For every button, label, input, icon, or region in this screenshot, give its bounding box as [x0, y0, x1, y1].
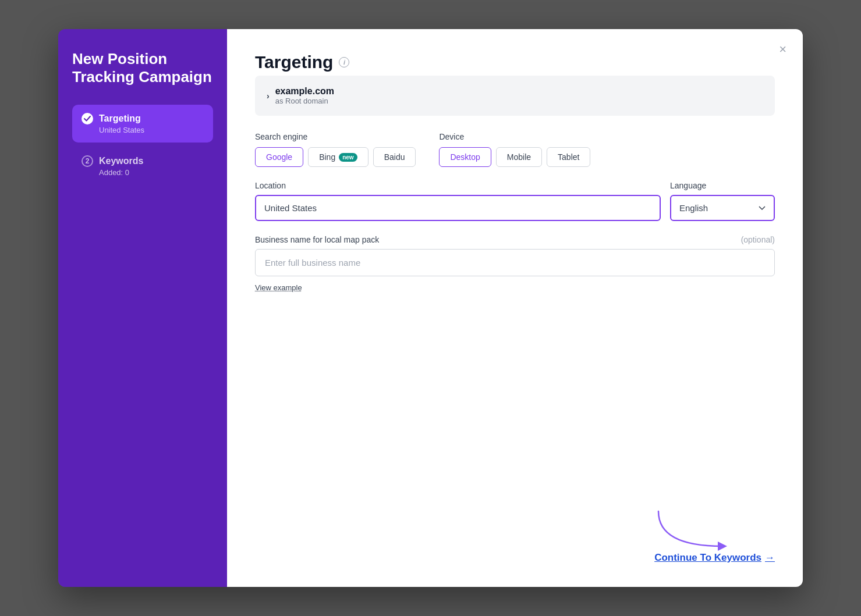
continue-button[interactable]: Continue To Keywords →	[654, 552, 775, 564]
sidebar: New Position Tracking Campaign Targeting…	[58, 29, 227, 587]
modal: New Position Tracking Campaign Targeting…	[58, 29, 803, 587]
device-tablet[interactable]: Tablet	[547, 147, 590, 167]
page-title-text: Targeting	[255, 52, 333, 72]
device-mobile[interactable]: Mobile	[496, 147, 542, 167]
continue-arrow: →	[765, 552, 775, 564]
chevron-right-icon: ›	[267, 91, 270, 101]
device-group: Device Desktop Mobile Tablet	[439, 132, 590, 167]
business-name-label: Business name for local map pack	[255, 235, 379, 244]
main-content: × Targeting i › example.com as Root doma…	[227, 29, 803, 587]
optional-label: (optional)	[741, 235, 775, 244]
search-engine-group: Search engine Google Bing new Baidu	[255, 132, 416, 167]
sidebar-item-targeting[interactable]: Targeting United States	[72, 105, 213, 143]
engine-device-row: Search engine Google Bing new Baidu Devi…	[255, 132, 775, 167]
sidebar-item-keywords[interactable]: 2 Keywords Added: 0	[72, 147, 213, 185]
business-name-input[interactable]	[255, 249, 775, 276]
info-icon[interactable]: i	[339, 57, 349, 67]
language-group: Language English Spanish French German C…	[670, 181, 775, 221]
language-select[interactable]: English Spanish French German Chinese	[670, 195, 775, 221]
sidebar-targeting-label: Targeting	[99, 113, 141, 124]
svg-marker-0	[718, 542, 727, 551]
location-language-row: Location Language English Spanish French…	[255, 181, 775, 221]
language-label: Language	[670, 181, 775, 190]
keywords-number: 2	[82, 155, 93, 167]
campaign-title: New Position Tracking Campaign	[72, 50, 213, 86]
view-example-link[interactable]: View example	[255, 283, 302, 292]
search-engine-google[interactable]: Google	[255, 147, 303, 167]
sidebar-targeting-sublabel: United States	[99, 126, 204, 134]
location-group: Location	[255, 181, 661, 221]
close-button[interactable]: ×	[777, 41, 789, 58]
location-input[interactable]	[255, 195, 661, 221]
domain-name: example.com	[275, 86, 334, 97]
check-icon	[82, 113, 93, 124]
device-label: Device	[439, 132, 590, 141]
business-name-header: Business name for local map pack (option…	[255, 235, 775, 244]
domain-info: example.com as Root domain	[275, 86, 334, 105]
domain-type: as Root domain	[275, 97, 334, 105]
curved-arrow	[647, 505, 740, 558]
bottom-area: Continue To Keywords →	[647, 505, 775, 564]
page-title-container: Targeting i	[255, 52, 775, 72]
sidebar-keywords-sublabel: Added: 0	[99, 168, 204, 177]
continue-label: Continue To Keywords	[654, 552, 761, 564]
domain-card[interactable]: › example.com as Root domain	[255, 76, 775, 116]
sidebar-keywords-label: Keywords	[99, 156, 143, 166]
business-name-section: Business name for local map pack (option…	[255, 235, 775, 293]
device-buttons: Desktop Mobile Tablet	[439, 147, 590, 167]
search-engine-label: Search engine	[255, 132, 416, 141]
location-label: Location	[255, 181, 661, 190]
device-desktop[interactable]: Desktop	[439, 147, 491, 167]
search-engine-baidu[interactable]: Baidu	[373, 147, 416, 167]
search-engine-bing[interactable]: Bing new	[308, 147, 368, 167]
search-engine-buttons: Google Bing new Baidu	[255, 147, 416, 167]
bing-new-badge: new	[339, 153, 357, 162]
